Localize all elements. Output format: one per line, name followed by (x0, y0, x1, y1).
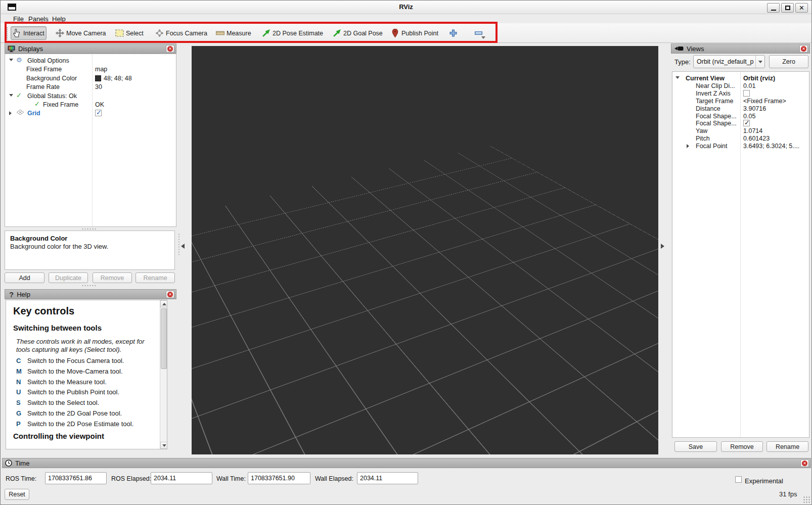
collapse-left-arrow[interactable] (181, 244, 185, 249)
tree-row-pitch[interactable]: Pitch0.601423 (672, 134, 809, 142)
resize-grip[interactable] (803, 496, 810, 503)
shortcut-row: USwitch to the Publish Point tool. (16, 388, 158, 397)
tree-row-fixed-frame[interactable]: Fixed Framemap (5, 65, 176, 73)
description-title: Background Color (10, 235, 169, 242)
shortcut-row: CSwitch to the Focus Camera tool. (16, 357, 158, 366)
row-value: 0.01 (743, 82, 755, 89)
rename-view-button[interactable]: Rename (766, 441, 808, 452)
tree-row-current-view[interactable]: Current ViewOrbit (rviz) (672, 74, 809, 81)
add-display-button[interactable]: Add (5, 272, 44, 283)
view-type-combobox[interactable]: Orbit (rviz_default_p (693, 55, 765, 68)
row-label: Current View (686, 75, 725, 82)
row-label: Focal Shape... (696, 113, 737, 120)
tool-interact[interactable]: Interact (11, 26, 47, 40)
tool-options-chevron-down-icon[interactable] (481, 36, 485, 39)
tool-focus-camera[interactable]: Focus Camera (154, 26, 209, 40)
row-checkbox[interactable] (95, 110, 102, 116)
zero-button[interactable]: Zero (769, 55, 808, 68)
remove-display-button: Remove (93, 272, 132, 283)
row-label: Background Color (26, 75, 77, 82)
left-panel-splitter[interactable] (178, 233, 180, 255)
tool-2d-goal-pose[interactable]: 2D Goal Pose (331, 26, 384, 40)
tree-row-frame-rate[interactable]: Frame Rate30 (5, 82, 176, 91)
row-label: Pitch (696, 135, 710, 142)
row-value: 3.6493; 6.3024; 5.... (743, 143, 799, 150)
tree-row-invert-z[interactable]: Invert Z Axis (672, 89, 809, 97)
shortcut-text: Switch to the Select tool. (27, 399, 99, 406)
expander-open-icon[interactable] (9, 94, 13, 97)
reset-button[interactable]: Reset (5, 489, 29, 500)
expander-closed-icon[interactable] (9, 111, 12, 115)
collapse-right-arrow[interactable] (661, 244, 664, 249)
tree-row-background-color[interactable]: Background Color48; 48; 48 (5, 74, 176, 82)
toolbar-drag-handle[interactable] (6, 27, 8, 40)
tool-2d-pose-estimate[interactable]: 2D Pose Estimate (260, 26, 325, 40)
experimental-checkbox[interactable] (735, 476, 742, 483)
close-button[interactable]: ✕ (795, 3, 808, 13)
shortcut-key: M (16, 368, 22, 375)
tree-row-focal-shape-fixed[interactable]: Focal Shape... (672, 119, 809, 126)
shortcut-text: Switch to the Publish Point tool. (27, 388, 119, 396)
color-swatch[interactable] (95, 75, 101, 81)
displays-close-button[interactable]: ✕ (166, 45, 174, 53)
scroll-up-arrow[interactable] (160, 300, 167, 307)
add-tool-button[interactable] (447, 26, 459, 40)
wall-time-input[interactable] (248, 472, 310, 484)
maximize-button[interactable] (781, 3, 794, 13)
menu-panels[interactable]: Panels (28, 15, 49, 23)
views-panel-header[interactable]: Views ✕ (671, 43, 810, 54)
rename-display-button: Rename (136, 272, 175, 283)
tree-row-global-status[interactable]: ✓Global Status: Ok (5, 91, 176, 100)
wall-elapsed-input[interactable] (357, 472, 418, 484)
remove-view-button[interactable]: Remove (721, 441, 763, 452)
tree-row-grid[interactable]: Grid (5, 109, 176, 117)
menu-file[interactable]: File (13, 15, 24, 23)
menu-bar: FilePanelsHelp (1, 15, 811, 23)
tree-row-distance[interactable]: Distance3.90716 (672, 104, 809, 112)
menu-help[interactable]: Help (52, 15, 66, 23)
expander-open-icon[interactable] (9, 59, 13, 61)
shortcut-key: C (16, 357, 21, 364)
scrollbar-thumb[interactable] (161, 308, 167, 369)
triangle-down-icon (162, 444, 166, 447)
shortcut-key: P (16, 420, 21, 428)
views-close-button[interactable]: ✕ (799, 45, 808, 53)
tool-measure[interactable]: Measure (214, 26, 253, 40)
row-checkbox[interactable] (743, 120, 750, 126)
time-panel-header[interactable]: Time ✕ (2, 458, 811, 468)
ros-time-input[interactable] (45, 472, 107, 484)
3d-viewport[interactable] (192, 46, 658, 454)
splitter-handle[interactable] (81, 285, 97, 287)
save-view-button[interactable]: Save (674, 441, 717, 452)
tree-row-focal-shape-size[interactable]: Focal Shape...0.05 (672, 112, 809, 119)
tool-publish-point[interactable]: Publish Point (389, 26, 440, 40)
displays-panel-title: Displays (18, 45, 43, 53)
title-bar: RViz ✕ (1, 1, 811, 14)
expander-closed-icon[interactable] (687, 144, 689, 148)
displays-tree: ⚙Global OptionsFixed FramemapBackground … (5, 54, 176, 227)
row-label: Focal Point (696, 143, 728, 150)
row-label: Focal Shape... (696, 120, 737, 127)
displays-panel-header[interactable]: Displays ✕ (5, 43, 176, 54)
tool-select[interactable]: Select (114, 26, 145, 40)
expander-open-icon[interactable] (675, 76, 680, 79)
help-panel-header[interactable]: ? Help ✕ (5, 289, 176, 299)
tool-move-camera[interactable]: Move Camera (54, 26, 108, 40)
scroll-down-arrow[interactable] (160, 442, 167, 449)
tree-row-focal-point[interactable]: Focal Point3.6493; 6.3024; 5.... (672, 142, 809, 149)
row-checkbox[interactable] (743, 90, 750, 97)
tree-row-global-options[interactable]: ⚙Global Options (5, 56, 176, 65)
help-close-button[interactable]: ✕ (166, 291, 174, 298)
splitter-handle[interactable] (81, 228, 97, 230)
tree-row-yaw[interactable]: Yaw1.0714 (672, 126, 809, 134)
help-scrollbar[interactable] (160, 300, 167, 449)
time-close-button[interactable]: ✕ (800, 460, 809, 467)
tree-row-near-clip[interactable]: Near Clip Di...0.01 (672, 81, 809, 89)
tree-row-target-frame[interactable]: Target Frame<Fixed Frame> (672, 97, 809, 104)
minimize-button[interactable] (767, 3, 780, 13)
view-type-value: Orbit (rviz_default_p (694, 58, 755, 65)
window-title: RViz (1, 3, 811, 11)
tree-row-fixed-frame-status[interactable]: ✓Fixed FrameOK (5, 100, 176, 109)
tool-label: Measure (227, 30, 251, 37)
ros-elapsed-input[interactable] (151, 472, 212, 484)
